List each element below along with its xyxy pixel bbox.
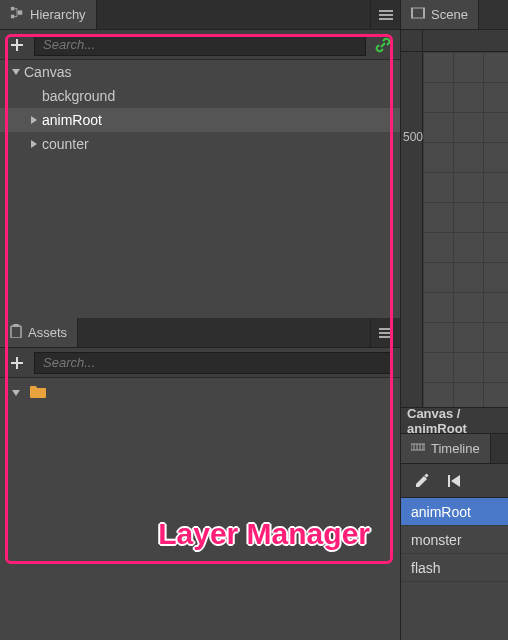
hierarchy-tabbar: Hierarchy bbox=[0, 0, 400, 30]
svg-marker-9 bbox=[31, 116, 37, 124]
tree-row[interactable]: animRoot bbox=[0, 108, 400, 132]
tree-row-label: Canvas bbox=[24, 64, 71, 80]
hierarchy-icon bbox=[10, 6, 24, 23]
scene-tabbar: Scene bbox=[401, 0, 508, 30]
hierarchy-toolbar bbox=[0, 30, 400, 60]
svg-rect-17 bbox=[11, 362, 23, 364]
timeline-toolbar bbox=[401, 464, 508, 498]
ruler-corner bbox=[401, 30, 423, 52]
chevron-right-icon[interactable] bbox=[28, 138, 40, 150]
svg-rect-5 bbox=[379, 18, 393, 20]
timeline-row[interactable]: animRoot bbox=[401, 498, 508, 526]
svg-marker-18 bbox=[12, 390, 20, 396]
svg-rect-2 bbox=[18, 10, 22, 14]
svg-rect-14 bbox=[379, 332, 393, 334]
chevron-down-icon bbox=[10, 387, 22, 399]
scene-viewport[interactable]: 500 bbox=[401, 30, 508, 408]
svg-rect-1 bbox=[11, 15, 15, 19]
svg-rect-15 bbox=[379, 336, 393, 338]
tabbar-spacer bbox=[97, 0, 370, 29]
svg-rect-0 bbox=[11, 7, 15, 11]
svg-rect-27 bbox=[424, 473, 428, 477]
svg-rect-4 bbox=[379, 14, 393, 16]
scene-tab[interactable]: Scene bbox=[401, 0, 479, 29]
svg-rect-28 bbox=[448, 475, 450, 487]
timeline-row[interactable]: flash bbox=[401, 554, 508, 582]
hierarchy-menu-button[interactable] bbox=[370, 0, 400, 29]
assets-tabbar: Assets bbox=[0, 318, 400, 348]
assets-icon bbox=[10, 324, 22, 341]
chevron-down-icon[interactable] bbox=[10, 66, 22, 78]
timeline-tab[interactable]: Timeline bbox=[401, 434, 491, 463]
tree-row[interactable]: counter bbox=[0, 132, 400, 156]
assets-tab[interactable]: Assets bbox=[0, 318, 78, 347]
chevron-right-icon[interactable] bbox=[28, 114, 40, 126]
tree-row-label: background bbox=[42, 88, 115, 104]
timeline-tab-label: Timeline bbox=[431, 441, 480, 456]
svg-marker-8 bbox=[12, 69, 20, 75]
svg-rect-20 bbox=[411, 8, 413, 18]
hierarchy-tab[interactable]: Hierarchy bbox=[0, 0, 97, 29]
assets-tab-label: Assets bbox=[28, 325, 67, 340]
timeline-tabbar: Timeline bbox=[401, 434, 508, 464]
edit-animation-button[interactable] bbox=[411, 470, 433, 492]
svg-rect-21 bbox=[423, 8, 425, 18]
tree-row-label: animRoot bbox=[42, 112, 102, 128]
add-node-button[interactable] bbox=[8, 36, 26, 54]
svg-rect-7 bbox=[11, 44, 23, 46]
folder-icon bbox=[30, 385, 46, 401]
scene-grid bbox=[423, 52, 508, 407]
svg-rect-13 bbox=[379, 328, 393, 330]
timeline-node-list[interactable]: animRootmonsterflash bbox=[401, 498, 508, 640]
tabbar-spacer bbox=[78, 318, 370, 347]
add-asset-button[interactable] bbox=[8, 354, 26, 372]
timeline-icon bbox=[411, 441, 425, 456]
assets-menu-button[interactable] bbox=[370, 318, 400, 347]
svg-rect-19 bbox=[411, 8, 425, 18]
assets-toolbar bbox=[0, 348, 400, 378]
hierarchy-tree[interactable]: CanvasbackgroundanimRootcounter bbox=[0, 60, 400, 318]
svg-rect-3 bbox=[379, 10, 393, 12]
svg-marker-10 bbox=[31, 140, 37, 148]
breadcrumb-text: Canvas / animRoot bbox=[407, 406, 502, 436]
scene-ruler-vertical: 500 bbox=[401, 30, 423, 407]
svg-rect-12 bbox=[11, 326, 21, 338]
ruler-tick-label: 500 bbox=[403, 130, 423, 144]
skip-to-start-button[interactable] bbox=[443, 470, 465, 492]
scene-icon bbox=[411, 7, 425, 22]
svg-marker-29 bbox=[451, 475, 460, 487]
tree-row[interactable]: background bbox=[0, 84, 400, 108]
asset-folder-row[interactable] bbox=[10, 382, 400, 404]
tree-row-label: counter bbox=[42, 136, 89, 152]
tree-row[interactable]: Canvas bbox=[0, 60, 400, 84]
hierarchy-search-input[interactable] bbox=[34, 34, 366, 56]
hierarchy-tab-label: Hierarchy bbox=[30, 7, 86, 22]
timeline-row[interactable]: monster bbox=[401, 526, 508, 554]
assets-body[interactable] bbox=[0, 378, 400, 640]
scene-tab-label: Scene bbox=[431, 7, 468, 22]
scene-breadcrumb[interactable]: Canvas / animRoot bbox=[401, 408, 508, 434]
assets-search-input[interactable] bbox=[34, 352, 392, 374]
link-prefab-button[interactable] bbox=[374, 36, 392, 54]
